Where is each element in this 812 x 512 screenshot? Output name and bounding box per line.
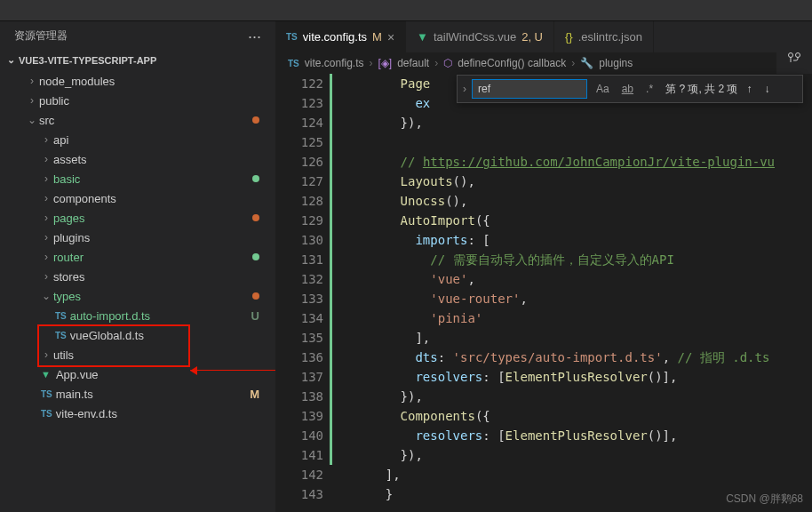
more-icon[interactable]: ··· (248, 31, 261, 42)
close-icon[interactable]: × (387, 30, 394, 44)
chevron-icon: › (39, 231, 53, 244)
find-widget[interactable]: › Aa ab .* 第 ? 项, 共 2 项 ↑ ↓ (457, 75, 803, 103)
function-icon: ⬡ (443, 57, 452, 69)
ts-icon: TS (41, 389, 52, 399)
explorer-sidebar: 资源管理器 ··· ⌄ VUE3-VITE-TYPESCRIPT-APP ›no… (0, 21, 275, 512)
vue-icon: ▼ (41, 369, 51, 380)
svg-point-0 (789, 52, 793, 57)
tree-label: router (53, 251, 252, 264)
tree-item[interactable]: TSmain.tsM (0, 384, 275, 404)
ts-icon: TS (55, 311, 67, 321)
next-match-icon[interactable]: ↓ (760, 83, 773, 95)
tree-label: public (39, 94, 275, 108)
annotation-arrow-head (190, 366, 197, 375)
ts-icon: TS (55, 331, 67, 340)
tree-item[interactable]: ⌄types (0, 286, 275, 306)
chevron-icon: ⌄ (39, 290, 53, 302)
status-dot (252, 116, 259, 124)
git-status: M (250, 388, 259, 401)
breadcrumb[interactable]: TS vite.config.ts › [◈] default › ⬡ defi… (275, 52, 812, 74)
git-status: U (251, 309, 259, 323)
chevron-icon: › (39, 251, 53, 263)
chevron-icon: › (25, 94, 39, 107)
tree-label: utils (53, 348, 275, 362)
chevron-icon: › (39, 172, 53, 185)
breadcrumb-export[interactable]: default (397, 57, 429, 69)
chevron-icon: › (39, 270, 53, 283)
status-dot (252, 292, 259, 300)
tree-item[interactable]: ›utils (0, 345, 275, 364)
ts-icon: TS (288, 59, 299, 68)
tree-item[interactable]: TSauto-import.d.tsU (0, 306, 275, 325)
status-dot (252, 175, 259, 182)
regex[interactable]: .* (642, 81, 657, 97)
tree-label: plugins (53, 231, 275, 244)
tree-label: api (53, 133, 275, 147)
ts-icon: TS (41, 409, 52, 419)
export-icon: [◈] (378, 57, 392, 69)
breadcrumb-file[interactable]: vite.config.ts (305, 57, 364, 69)
chevron-icon: › (39, 153, 53, 165)
tree-item[interactable]: ›node_modules (0, 71, 275, 91)
compare-icon (787, 52, 801, 66)
tree-item[interactable]: ›basic (0, 169, 275, 188)
chevron-icon: › (39, 133, 53, 146)
watermark: CSDN @胖鹅68 (726, 492, 803, 507)
chevron-down-icon[interactable]: ⌄ (7, 54, 15, 66)
tree-item[interactable]: ▼App.vue (0, 364, 275, 384)
tree-item[interactable]: ›pages (0, 208, 275, 228)
tree-label: stores (53, 270, 275, 284)
tree-item[interactable]: TSvite-env.d.ts (0, 404, 275, 423)
tree-item[interactable]: ›public (0, 91, 275, 110)
tree-item[interactable]: TSvueGlobal.d.ts (0, 325, 275, 345)
property-icon: 🔧 (580, 57, 593, 69)
chevron-icon: ⌄ (25, 114, 39, 126)
breadcrumb-prop[interactable]: plugins (599, 57, 633, 69)
match-case[interactable]: Aa (593, 81, 613, 97)
tree-label: node_modules (39, 75, 275, 88)
chevron-icon: › (25, 75, 39, 87)
status-dot (252, 253, 259, 260)
chevron-icon: › (39, 192, 53, 204)
tree-item[interactable]: ⌄src (0, 110, 275, 130)
tree-item[interactable]: ›api (0, 130, 275, 149)
chevron-icon: › (39, 348, 53, 361)
editor-tab[interactable]: ▼tailWindCss.vue 2, U (406, 21, 554, 52)
project-name[interactable]: VUE3-VITE-TYPESCRIPT-APP (19, 55, 156, 66)
svg-point-1 (796, 52, 800, 57)
tree-label: main.ts (56, 388, 250, 401)
status-dot (252, 214, 259, 221)
prev-match-icon[interactable]: ↑ (743, 83, 755, 95)
tab-actions[interactable] (776, 43, 812, 74)
search-input[interactable] (472, 79, 587, 99)
tree-label: vite-env.d.ts (56, 407, 275, 420)
explorer-title: 资源管理器 (14, 28, 68, 44)
tree-label: types (53, 290, 252, 303)
tree-label: src (39, 114, 252, 127)
editor-tab[interactable]: {}.eslintrc.json (554, 21, 654, 52)
chevron-icon: › (39, 212, 53, 224)
code-editor[interactable]: 1221231241251261271281291301311321331341… (275, 74, 812, 504)
tree-label: auto-import.d.ts (70, 309, 251, 323)
tree-label: basic (53, 172, 252, 186)
chevron-right-icon[interactable]: › (463, 83, 466, 95)
tree-label: vueGlobal.d.ts (70, 329, 275, 342)
editor-tab[interactable]: TSvite.config.ts M× (275, 21, 406, 52)
tree-item[interactable]: ›components (0, 188, 275, 208)
tree-item[interactable]: ›plugins (0, 228, 275, 247)
tree-label: pages (53, 212, 252, 225)
editor-tabs: TSvite.config.ts M×▼tailWindCss.vue 2, U… (275, 21, 812, 52)
menubar (0, 0, 812, 21)
tree-item[interactable]: ›assets (0, 149, 275, 169)
tree-item[interactable]: ›router (0, 247, 275, 267)
tree-label: assets (53, 153, 275, 166)
tree-label: components (53, 192, 275, 205)
tree-item[interactable]: ›stores (0, 267, 275, 286)
breadcrumb-fn[interactable]: defineConfig() callback (458, 57, 566, 69)
whole-word[interactable]: ab (618, 81, 637, 97)
find-results: 第 ? 项, 共 2 项 (665, 82, 737, 97)
